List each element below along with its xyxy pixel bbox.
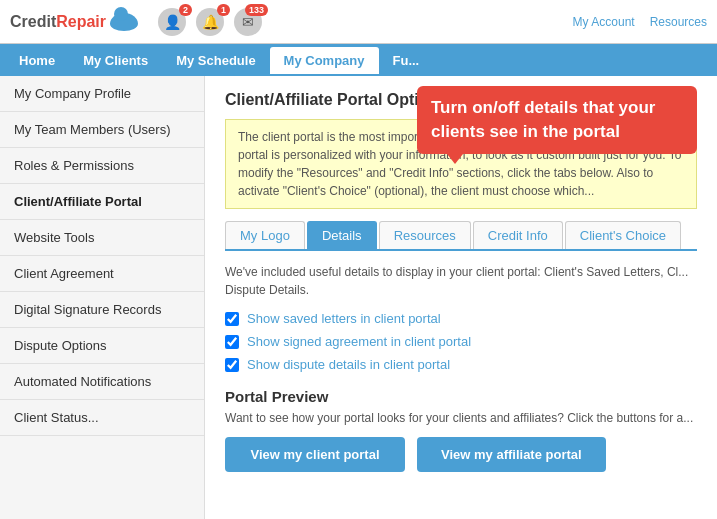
cloud-icon (110, 13, 138, 31)
portal-buttons: View my client portal View my affiliate … (225, 437, 697, 472)
tab-description: We've included useful details to display… (225, 263, 697, 299)
sidebar-item-website-tools[interactable]: Website Tools (0, 220, 204, 256)
users-count: 2 (179, 4, 192, 16)
portal-preview-title: Portal Preview (225, 388, 697, 405)
portal-preview-desc: Want to see how your portal looks for yo… (225, 411, 697, 425)
sidebar-item-client-affiliate-portal[interactable]: Client/Affiliate Portal (0, 184, 204, 220)
header-nav: My Account Resources (573, 15, 707, 29)
tab-credit-info[interactable]: Credit Info (473, 221, 563, 249)
view-affiliate-portal-button[interactable]: View my affiliate portal (417, 437, 606, 472)
tab-details[interactable]: Details (307, 221, 377, 249)
checkbox-saved-letters[interactable]: Show saved letters in client portal (225, 311, 697, 326)
resources-link[interactable]: Resources (650, 15, 707, 29)
view-client-portal-button[interactable]: View my client portal (225, 437, 405, 472)
sidebar-item-digital-signature[interactable]: Digital Signature Records (0, 292, 204, 328)
logo: CreditRepair (10, 13, 138, 31)
users-badge[interactable]: 👤 2 (158, 8, 186, 36)
portal-tabs: My Logo Details Resources Credit Info Cl… (225, 221, 697, 251)
logo-credit: Credit (10, 13, 56, 31)
messages-count: 133 (245, 4, 268, 16)
sidebar-item-company-profile[interactable]: My Company Profile (0, 76, 204, 112)
sidebar-item-roles-permissions[interactable]: Roles & Permissions (0, 148, 204, 184)
checkbox-saved-letters-input[interactable] (225, 312, 239, 326)
sidebar-item-team-members[interactable]: My Team Members (Users) (0, 112, 204, 148)
checkbox-saved-letters-label: Show saved letters in client portal (247, 311, 441, 326)
messages-badge[interactable]: ✉ 133 (234, 8, 262, 36)
notifications-badge[interactable]: 🔔 1 (196, 8, 224, 36)
my-account-link[interactable]: My Account (573, 15, 635, 29)
sidebar-item-client-agreement[interactable]: Client Agreement (0, 256, 204, 292)
tab-resources[interactable]: Resources (379, 221, 471, 249)
logo-repair: Repair (56, 13, 106, 31)
checkbox-dispute-details[interactable]: Show dispute details in client portal (225, 357, 697, 372)
header: CreditRepair 👤 2 🔔 1 ✉ 133 My Account Re… (0, 0, 717, 44)
callout-tooltip: Turn on/off details that your clients se… (417, 86, 697, 154)
checkbox-dispute-details-label: Show dispute details in client portal (247, 357, 450, 372)
navbar: Home My Clients My Schedule My Company F… (0, 44, 717, 76)
layout: My Company Profile My Team Members (User… (0, 76, 717, 519)
header-icons: 👤 2 🔔 1 ✉ 133 (158, 8, 573, 36)
sidebar-item-automated-notifications[interactable]: Automated Notifications (0, 364, 204, 400)
main-content: Turn on/off details that your clients se… (205, 76, 717, 519)
tab-clients-choice[interactable]: Client's Choice (565, 221, 681, 249)
tab-my-logo[interactable]: My Logo (225, 221, 305, 249)
checkbox-signed-agreement-label: Show signed agreement in client portal (247, 334, 471, 349)
sidebar: My Company Profile My Team Members (User… (0, 76, 205, 519)
nav-fu[interactable]: Fu... (379, 47, 434, 74)
notifications-count: 1 (217, 4, 230, 16)
nav-my-clients[interactable]: My Clients (69, 47, 162, 74)
sidebar-item-dispute-options[interactable]: Dispute Options (0, 328, 204, 364)
nav-home[interactable]: Home (5, 47, 69, 74)
nav-my-company[interactable]: My Company (270, 47, 379, 74)
checkbox-dispute-details-input[interactable] (225, 358, 239, 372)
sidebar-item-client-status[interactable]: Client Status... (0, 400, 204, 436)
checkbox-signed-agreement-input[interactable] (225, 335, 239, 349)
nav-my-schedule[interactable]: My Schedule (162, 47, 269, 74)
checkbox-signed-agreement[interactable]: Show signed agreement in client portal (225, 334, 697, 349)
